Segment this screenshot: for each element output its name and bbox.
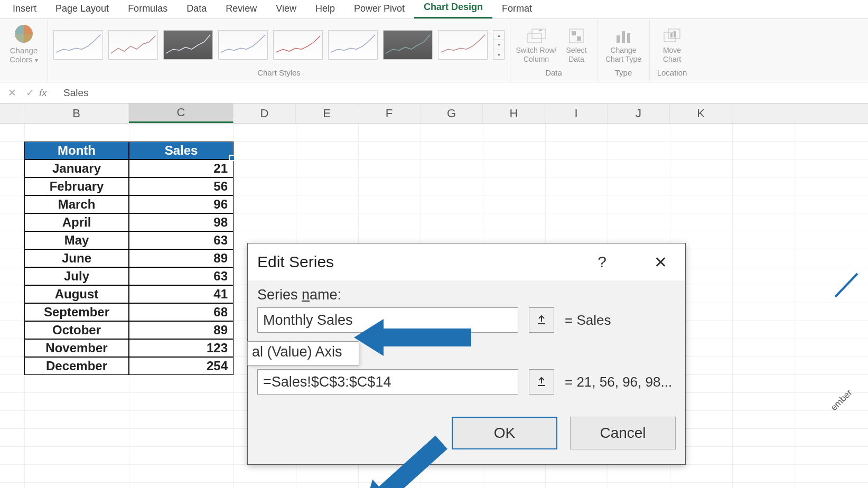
table-row[interactable]: March96	[24, 195, 234, 213]
tab-formulas[interactable]: Formulas	[118, 0, 177, 18]
fx-icon[interactable]: fx	[39, 87, 56, 99]
month-cell[interactable]: January	[24, 159, 129, 177]
collapse-dialog-button[interactable]	[529, 307, 554, 333]
chart-style-thumb[interactable]	[438, 30, 488, 60]
tab-data[interactable]: Data	[177, 0, 216, 18]
month-cell[interactable]: April	[24, 213, 129, 231]
col-header-b[interactable]: B	[24, 104, 129, 123]
col-header-c[interactable]: C	[129, 104, 234, 123]
tab-format[interactable]: Format	[492, 0, 542, 18]
select-data-button[interactable]: Select Data	[561, 26, 592, 64]
sales-table: MonthSalesJanuary21February56March96Apri…	[24, 142, 234, 375]
table-row[interactable]: October89	[24, 321, 234, 339]
svg-rect-0	[528, 33, 542, 43]
move-chart-button[interactable]: Move Chart	[655, 26, 689, 64]
month-cell[interactable]: November	[24, 339, 129, 357]
change-chart-type-button[interactable]: Change Chart Type	[603, 26, 644, 64]
table-row[interactable]: January21	[24, 159, 234, 177]
sales-cell[interactable]: 254	[129, 357, 234, 375]
sales-cell[interactable]: 89	[129, 249, 234, 267]
chart-style-thumb[interactable]	[218, 30, 268, 60]
col-header-f[interactable]: F	[358, 104, 421, 123]
sales-cell[interactable]: 98	[129, 213, 234, 231]
dialog-title: Edit Series	[257, 253, 334, 271]
chart-style-thumb[interactable]	[53, 30, 103, 60]
sales-cell[interactable]: 63	[129, 231, 234, 249]
chart-styles-gallery[interactable]: ▴▾▾	[53, 23, 505, 67]
month-cell[interactable]: August	[24, 285, 129, 303]
dialog-help-button[interactable]: ?	[598, 253, 606, 271]
table-row[interactable]: September68	[24, 303, 234, 321]
range-select-icon	[536, 314, 547, 326]
month-cell[interactable]: June	[24, 249, 129, 267]
table-row[interactable]: June89	[24, 249, 234, 267]
worksheet[interactable]: B C D E F G H I J K MonthSalesJanuary21F…	[0, 104, 868, 488]
sales-cell[interactable]: 68	[129, 303, 234, 321]
sales-cell[interactable]: 63	[129, 267, 234, 285]
tab-review[interactable]: Review	[216, 0, 266, 18]
month-cell[interactable]: July	[24, 267, 129, 285]
month-cell[interactable]: March	[24, 195, 129, 213]
switch-row-column-button[interactable]: Switch Row/ Column	[516, 26, 557, 64]
dialog-close-button[interactable]: ✕	[654, 253, 667, 271]
chart-style-thumb[interactable]	[273, 30, 323, 60]
switch-row-column-icon	[516, 26, 557, 44]
tab-insert[interactable]: Insert	[3, 0, 46, 18]
series-values-input[interactable]	[257, 369, 518, 395]
chart-style-thumb[interactable]	[163, 30, 213, 60]
month-cell[interactable]: May	[24, 231, 129, 249]
col-header-e[interactable]: E	[296, 104, 358, 123]
month-cell[interactable]: October	[24, 321, 129, 339]
chart-line-segment	[832, 270, 861, 302]
ok-button[interactable]: OK	[452, 417, 557, 449]
series-name-result: = Sales	[565, 312, 611, 329]
month-cell[interactable]: December	[24, 357, 129, 375]
sales-cell[interactable]: 96	[129, 195, 234, 213]
sales-cell[interactable]: 89	[129, 321, 234, 339]
sales-cell[interactable]: 21	[129, 159, 234, 177]
chart-style-thumb[interactable]	[108, 30, 158, 60]
col-header-i[interactable]: I	[545, 104, 608, 123]
svg-rect-4	[577, 36, 581, 41]
col-header-h[interactable]: H	[483, 104, 545, 123]
chart-styles-label: Chart Styles	[257, 67, 301, 81]
svg-rect-7	[627, 33, 630, 43]
chart-style-thumb[interactable]	[328, 30, 378, 60]
data-group-label: Data	[545, 67, 562, 81]
formula-cancel-button[interactable]: ✕	[3, 87, 21, 99]
col-header-j[interactable]: J	[608, 104, 670, 123]
svg-rect-10	[670, 33, 673, 37]
change-colors-button[interactable]: Change Colors ▾	[5, 25, 42, 65]
month-cell[interactable]: February	[24, 177, 129, 195]
table-row[interactable]: February56	[24, 177, 234, 195]
col-header-g[interactable]: G	[421, 104, 483, 123]
palette-icon	[15, 25, 33, 43]
tab-chart-design[interactable]: Chart Design	[414, 0, 492, 18]
table-row[interactable]: November123	[24, 339, 234, 357]
cancel-button[interactable]: Cancel	[570, 417, 676, 449]
formula-input[interactable]: Sales	[56, 87, 89, 99]
sales-cell[interactable]: 41	[129, 285, 234, 303]
tab-help[interactable]: Help	[306, 0, 344, 18]
range-select-icon	[536, 376, 547, 388]
tab-view[interactable]: View	[266, 0, 306, 18]
annotation-arrow-ok	[349, 426, 460, 488]
formula-confirm-button[interactable]: ✓	[21, 87, 39, 99]
sales-cell[interactable]: 123	[129, 339, 234, 357]
column-headers: B C D E F G H I J K	[0, 104, 868, 124]
collapse-dialog-button[interactable]	[529, 369, 554, 395]
table-row[interactable]: May63	[24, 231, 234, 249]
table-row[interactable]: August41	[24, 285, 234, 303]
table-row[interactable]: July63	[24, 267, 234, 285]
col-header-d[interactable]: D	[234, 104, 296, 123]
table-row[interactable]: April98	[24, 213, 234, 231]
tab-page-layout[interactable]: Page Layout	[46, 0, 118, 18]
sales-cell[interactable]: 56	[129, 177, 234, 195]
chart-styles-scroll[interactable]: ▴▾▾	[493, 30, 505, 60]
month-cell[interactable]: September	[24, 303, 129, 321]
col-header-k[interactable]: K	[670, 104, 732, 123]
svg-rect-2	[570, 29, 583, 43]
chart-style-thumb[interactable]	[383, 30, 433, 60]
table-row[interactable]: December254	[24, 357, 234, 375]
tab-power-pivot[interactable]: Power Pivot	[344, 0, 414, 18]
